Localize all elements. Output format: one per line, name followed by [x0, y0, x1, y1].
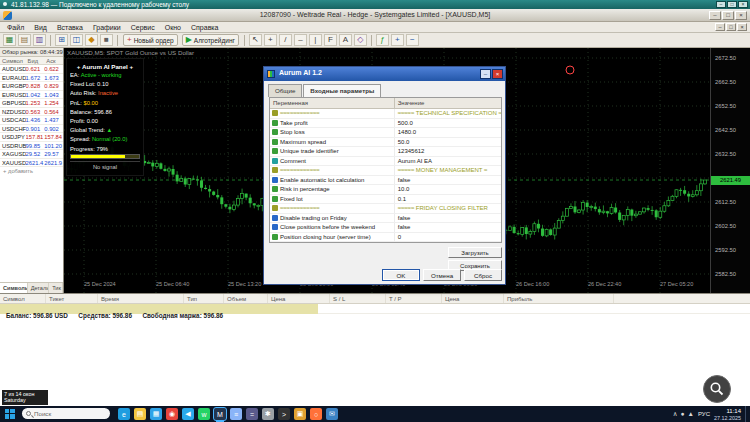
menu-item-4[interactable]: Сервис: [126, 24, 160, 31]
market-watch-row-usdchf[interactable]: USDCHF0.9010.902: [0, 125, 63, 134]
profiles-icon[interactable]: ▤: [18, 34, 31, 46]
chart-restore-button[interactable]: □: [726, 23, 736, 31]
new-order-button[interactable]: +Новый ордер: [123, 34, 178, 46]
toolbox-icon[interactable]: ■: [100, 34, 113, 46]
magnifier-tool-button[interactable]: [703, 375, 731, 403]
market-watch-tab-1[interactable]: Детали: [28, 283, 50, 293]
taskbar-search[interactable]: Поиск: [22, 408, 110, 419]
trade-column-5[interactable]: Цена: [268, 294, 330, 303]
tray-icon-0[interactable]: ∧: [673, 410, 678, 418]
parameter-row-6[interactable]: ≈≈≈≈≈≈≈≈≈≈≈≈≈≈≈≈≈ MONEY MANAGEMENT ≈: [270, 166, 501, 176]
trade-column-4[interactable]: Объем: [224, 294, 268, 303]
parameter-value[interactable]: false: [395, 176, 501, 185]
market-watch-row-nzdusd[interactable]: NZDUSD0.5630.564: [0, 108, 63, 117]
text-label-icon[interactable]: A: [339, 34, 352, 46]
parameter-value[interactable]: ≈≈≈≈≈ MONEY MANAGEMENT ≈: [395, 166, 501, 175]
taskbar-app-settings[interactable]: ✱: [262, 408, 274, 420]
taskbar-app-file-explorer[interactable]: ▤: [134, 408, 146, 420]
parameter-row-1[interactable]: Take profit500.0: [270, 119, 501, 129]
market-watch-row-audusd[interactable]: AUDUSD0.6210.622: [0, 65, 63, 74]
market-watch-row-usdcad[interactable]: USDCAD1.4361.437: [0, 116, 63, 125]
taskbar-app-store[interactable]: ▦: [150, 408, 162, 420]
trendline-icon[interactable]: /: [279, 34, 292, 46]
minimize-button[interactable]: –: [709, 11, 721, 20]
algo-trading-button[interactable]: ▶Алготрейдинг: [182, 34, 239, 46]
add-symbol-row[interactable]: + добавить: [0, 167, 63, 176]
dialog-minimize-button[interactable]: –: [480, 69, 491, 79]
parameter-row-9[interactable]: Fixed lot0.1: [270, 195, 501, 205]
parameter-row-2[interactable]: Stop loss1480.0: [270, 128, 501, 138]
vertical-line-icon[interactable]: |: [309, 34, 322, 46]
maximize-button[interactable]: □: [722, 11, 734, 20]
market-watch-row-xagusd[interactable]: XAGUSD29.5229.57: [0, 150, 63, 159]
data-window-icon[interactable]: ◫: [70, 34, 83, 46]
new-chart-icon[interactable]: ▦: [3, 34, 16, 46]
dialog-titlebar[interactable]: Aurum AI 1.2 – ×: [264, 67, 505, 81]
menu-item-1[interactable]: Вид: [29, 24, 52, 31]
dialog-tab-1[interactable]: Входные параметры: [303, 84, 381, 97]
menu-item-3[interactable]: Графики: [88, 24, 126, 31]
market-watch-tab-2[interactable]: Тик: [49, 283, 63, 293]
price-scale[interactable]: 2672.502662.502652.502642.502632.502622.…: [710, 48, 750, 293]
parameter-value[interactable]: 1480.0: [395, 128, 501, 137]
parameter-row-11[interactable]: Disable trading on Fridayfalse: [270, 214, 501, 224]
load-button[interactable]: Загрузить: [448, 247, 502, 258]
parameter-value[interactable]: 10.0: [395, 185, 501, 194]
parameter-value[interactable]: Aurum AI EA: [395, 157, 501, 166]
menu-item-2[interactable]: Вставка: [52, 24, 88, 31]
tray-icon-1[interactable]: ●: [681, 410, 685, 418]
templates-icon[interactable]: ▥: [33, 34, 46, 46]
menu-item-0[interactable]: Файл: [2, 24, 29, 31]
language-indicator[interactable]: РУС: [698, 411, 710, 417]
taskbar-app-chrome[interactable]: ◉: [166, 408, 178, 420]
parameter-row-5[interactable]: CommentAurum AI EA: [270, 157, 501, 167]
taskbar-app-browser[interactable]: ○: [310, 408, 322, 420]
market-watch-row-gbpusd[interactable]: GBPUSD1.2531.254: [0, 99, 63, 108]
chart-minimize-button[interactable]: –: [715, 23, 725, 31]
parameter-row-13[interactable]: Position closing hour (server time)0: [270, 233, 501, 243]
taskbar-app-notepad[interactable]: ≡: [230, 408, 242, 420]
shapes-icon[interactable]: ◇: [354, 34, 367, 46]
taskbar-app-whatsapp[interactable]: w: [198, 408, 210, 420]
clock[interactable]: 11:14 27.12.2025: [714, 408, 741, 421]
pin-icon[interactable]: [3, 2, 7, 6]
parameter-row-4[interactable]: Unique trade identifier12345612: [270, 147, 501, 157]
market-watch-icon[interactable]: ⊞: [55, 34, 68, 46]
trade-column-9[interactable]: Прибыль: [504, 294, 614, 303]
close-button[interactable]: ×: [735, 11, 747, 20]
taskbar-app-calculator[interactable]: =: [246, 408, 258, 420]
cancel-button[interactable]: Отмена: [423, 269, 461, 281]
parameter-row-3[interactable]: Maximum spread50.0: [270, 138, 501, 148]
zoom-in-icon[interactable]: +: [391, 34, 404, 46]
parameter-row-8[interactable]: Risk in percentage10.0: [270, 185, 501, 195]
market-watch-row-xauusd[interactable]: XAUUSD2621.42621.9: [0, 159, 63, 168]
market-watch-row-eurgbp[interactable]: EURGBP0.8280.829: [0, 82, 63, 91]
taskbar-app-terminal[interactable]: >: [278, 408, 290, 420]
taskbar-app-metatrader5[interactable]: M: [214, 408, 226, 420]
market-watch-row-eurusd[interactable]: EURUSD1.0421.043: [0, 91, 63, 100]
menu-item-6[interactable]: Справка: [186, 24, 223, 31]
parameter-value[interactable]: ≈≈≈≈≈ FRIDAY CLOSING FILTER: [395, 204, 501, 213]
trade-column-0[interactable]: Символ: [0, 294, 46, 303]
fibonacci-icon[interactable]: F: [324, 34, 337, 46]
menu-item-5[interactable]: Окно: [160, 24, 186, 31]
parameter-value[interactable]: 0: [395, 233, 501, 242]
start-button[interactable]: [5, 409, 15, 419]
market-watch-tab-0[interactable]: Символы: [0, 283, 28, 293]
balance-row[interactable]: Баланс: 596.86 USD Средства: 596.86 Своб…: [0, 304, 750, 314]
parameter-value[interactable]: 500.0: [395, 119, 501, 128]
parameter-value[interactable]: false: [395, 223, 501, 232]
cursor-icon[interactable]: ↖: [249, 34, 262, 46]
dialog-close-button[interactable]: ×: [492, 69, 503, 79]
taskbar-app-telegram[interactable]: ◀: [182, 408, 194, 420]
remote-minimize-button[interactable]: –: [716, 1, 726, 8]
parameter-value[interactable]: false: [395, 214, 501, 223]
horizontal-line-icon[interactable]: –: [294, 34, 307, 46]
parameter-value[interactable]: ≈≈≈≈≈ TECHNICAL SPECIFICATION ≈: [395, 109, 501, 118]
ok-button[interactable]: OK: [382, 269, 420, 281]
parameter-value[interactable]: 50.0: [395, 138, 501, 147]
market-watch-row-usdrub[interactable]: USDRUB99.85101.20: [0, 142, 63, 151]
parameter-row-12[interactable]: Close positions before the weekendfalse: [270, 223, 501, 233]
indicators-icon[interactable]: ƒ: [376, 34, 389, 46]
parameter-row-0[interactable]: ≈≈≈≈≈≈≈≈≈≈≈≈≈≈≈≈≈ TECHNICAL SPECIFICATIO…: [270, 109, 501, 119]
